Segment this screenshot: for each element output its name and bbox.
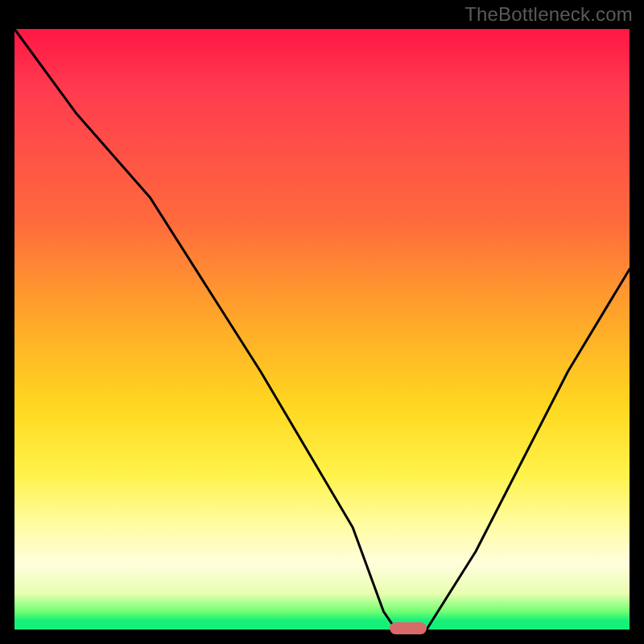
optimum-marker (390, 622, 427, 634)
bottleneck-curve (14, 29, 630, 630)
curve-layer (14, 29, 630, 630)
watermark-text: TheBottleneck.com (464, 3, 633, 26)
chart-frame: TheBottleneck.com (0, 0, 644, 644)
plot-area (14, 29, 630, 630)
